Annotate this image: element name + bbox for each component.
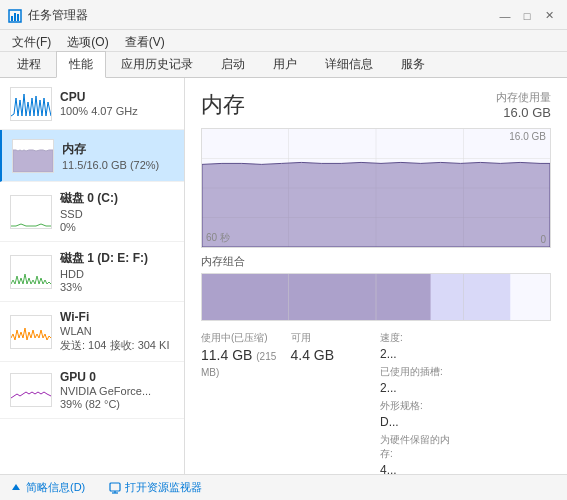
menu-view[interactable]: 查看(V) xyxy=(117,32,173,49)
tab-process[interactable]: 进程 xyxy=(4,51,54,77)
sidebar-item-memory[interactable]: 内存 11.5/16.0 GB (72%) xyxy=(0,130,184,182)
panel-total-container: 内存使用量 16.0 GB xyxy=(496,90,551,120)
panel-title: 内存 xyxy=(201,90,245,120)
minimize-button[interactable]: — xyxy=(495,7,515,25)
memory-thumbnail xyxy=(12,139,54,173)
panel-total-label: 内存使用量 xyxy=(496,90,551,105)
disk0-usage: 0% xyxy=(60,221,118,233)
menu-file[interactable]: 文件(F) xyxy=(4,32,59,49)
wifi-traffic: 发送: 104 接收: 304 KI xyxy=(60,338,169,353)
app-title: 任务管理器 xyxy=(28,7,88,24)
cpu-info: CPU 100% 4.07 GHz xyxy=(60,90,138,117)
menu-options[interactable]: 选项(O) xyxy=(59,32,116,49)
disk1-type: HDD xyxy=(60,268,148,280)
stat-speed-value: 2... xyxy=(380,347,462,361)
memory-usage-chart: 16.0 GB 60 秒 0 xyxy=(201,128,551,248)
monitor-link[interactable]: 打开资源监视器 xyxy=(109,480,202,495)
memory-label: 内存 xyxy=(62,141,159,158)
gpu-thumbnail xyxy=(10,373,52,407)
tabbar: 进程 性能 应用历史记录 启动 用户 详细信息 服务 xyxy=(0,52,567,78)
composition-svg xyxy=(202,274,550,320)
stat-available: 可用 4.4 GB xyxy=(291,331,373,474)
disk1-info: 磁盘 1 (D: E: F:) HDD 33% xyxy=(60,250,148,293)
cpu-label: CPU xyxy=(60,90,138,104)
sidebar-item-disk1[interactable]: 磁盘 1 (D: E: F:) HDD 33% xyxy=(0,242,184,302)
gpu-info: GPU 0 NVIDIA GeForce... 39% (82 °C) xyxy=(60,370,151,410)
memory-detail: 11.5/16.0 GB (72%) xyxy=(62,159,159,171)
disk1-label: 磁盘 1 (D: E: F:) xyxy=(60,250,148,267)
panel-header: 内存 内存使用量 16.0 GB xyxy=(201,90,551,120)
disk0-type: SSD xyxy=(60,208,118,220)
svg-marker-23 xyxy=(12,484,20,490)
memory-composition-bar xyxy=(201,273,551,321)
disk1-usage: 33% xyxy=(60,281,148,293)
svg-rect-10 xyxy=(11,374,51,406)
expand-icon xyxy=(10,482,22,494)
svg-rect-2 xyxy=(14,13,16,21)
monitor-label: 打开资源监视器 xyxy=(125,480,202,495)
stat-in-use-label: 使用中(已压缩) xyxy=(201,331,283,345)
chart-zero-label: 0 xyxy=(540,234,546,245)
titlebar: 任务管理器 — □ ✕ xyxy=(0,0,567,30)
disk0-label: 磁盘 0 (C:) xyxy=(60,190,118,207)
wifi-info: Wi-Fi WLAN 发送: 104 接收: 304 KI xyxy=(60,310,169,353)
chart-time-label: 60 秒 xyxy=(206,231,230,245)
cpu-thumbnail xyxy=(10,87,52,121)
tab-performance[interactable]: 性能 xyxy=(56,51,106,78)
statusbar: 简略信息(D) 打开资源监视器 xyxy=(0,474,567,500)
sidebar: CPU 100% 4.07 GHz 内存 11.5/16.0 GB (72%) xyxy=(0,78,185,474)
stat-speed: 速度: 2... 已使用的插槽: 2... 外形规格: D... 为硬件保留的内… xyxy=(380,331,462,474)
disk0-thumbnail xyxy=(10,195,52,229)
svg-marker-17 xyxy=(202,162,550,247)
svg-rect-3 xyxy=(17,14,19,21)
close-button[interactable]: ✕ xyxy=(539,7,559,25)
stat-slots-value: 2... xyxy=(380,381,462,395)
maximize-button[interactable]: □ xyxy=(517,7,537,25)
gpu-usage: 39% (82 °C) xyxy=(60,398,151,410)
tab-details[interactable]: 详细信息 xyxy=(312,51,386,77)
sidebar-item-gpu[interactable]: GPU 0 NVIDIA GeForce... 39% (82 °C) xyxy=(0,362,184,419)
stat-right-col xyxy=(470,331,552,474)
usage-chart-svg xyxy=(202,129,550,247)
sidebar-item-cpu[interactable]: CPU 100% 4.07 GHz xyxy=(0,78,184,130)
stat-available-value: 4.4 GB xyxy=(291,347,373,363)
wifi-type: WLAN xyxy=(60,325,169,337)
wifi-label: Wi-Fi xyxy=(60,310,169,324)
svg-rect-18 xyxy=(202,274,431,320)
stat-form-label: 外形规格: xyxy=(380,399,462,413)
stat-speed-label: 速度: xyxy=(380,331,462,345)
right-panel: 内存 内存使用量 16.0 GB 16.0 GB 60 秒 0 xyxy=(185,78,567,474)
composition-label: 内存组合 xyxy=(201,254,551,269)
main-content: CPU 100% 4.07 GHz 内存 11.5/16.0 GB (72%) xyxy=(0,78,567,474)
monitor-icon xyxy=(109,482,121,494)
tab-users[interactable]: 用户 xyxy=(260,51,310,77)
menubar: 文件(F) 选项(O) 查看(V) xyxy=(0,30,567,52)
sidebar-item-wifi[interactable]: Wi-Fi WLAN 发送: 104 接收: 304 KI xyxy=(0,302,184,362)
stats-grid: 使用中(已压缩) 11.4 GB (215 MB) 可用 4.4 GB 速度: … xyxy=(201,331,551,474)
sidebar-item-disk0[interactable]: 磁盘 0 (C:) SSD 0% xyxy=(0,182,184,242)
tab-services[interactable]: 服务 xyxy=(388,51,438,77)
chart-top-label: 16.0 GB xyxy=(509,131,546,142)
stat-in-use: 使用中(已压缩) 11.4 GB (215 MB) xyxy=(201,331,283,474)
panel-total: 16.0 GB xyxy=(496,105,551,120)
app-icon xyxy=(8,9,22,23)
tab-app-history[interactable]: 应用历史记录 xyxy=(108,51,206,77)
svg-rect-7 xyxy=(11,196,51,228)
svg-rect-24 xyxy=(110,483,120,491)
memory-info: 内存 11.5/16.0 GB (72%) xyxy=(62,141,159,171)
expand-button[interactable]: 简略信息(D) xyxy=(10,480,85,495)
gpu-label: GPU 0 xyxy=(60,370,151,384)
stat-form-value: D... xyxy=(380,415,462,429)
disk0-info: 磁盘 0 (C:) SSD 0% xyxy=(60,190,118,233)
svg-rect-19 xyxy=(431,274,511,320)
tab-startup[interactable]: 启动 xyxy=(208,51,258,77)
stat-in-use-value: 11.4 GB (215 MB) xyxy=(201,347,283,379)
stat-hw-reserved-label: 为硬件保留的内存: xyxy=(380,433,462,461)
titlebar-left: 任务管理器 xyxy=(8,7,88,24)
svg-marker-6 xyxy=(13,150,53,172)
stat-hw-reserved-value: 4... xyxy=(380,463,462,474)
disk1-thumbnail xyxy=(10,255,52,289)
cpu-detail: 100% 4.07 GHz xyxy=(60,105,138,117)
stat-slots-label: 已使用的插槽: xyxy=(380,365,462,379)
svg-rect-1 xyxy=(11,16,13,21)
